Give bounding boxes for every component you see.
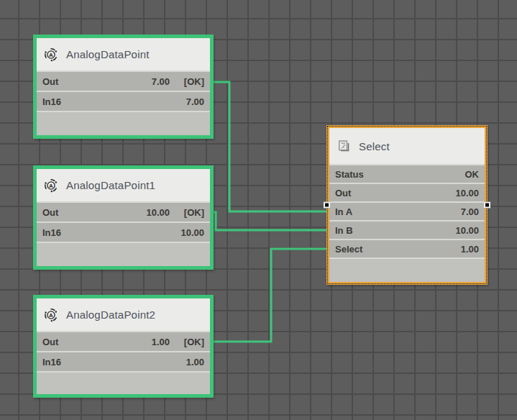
property-row-in16[interactable]: In16 10.00 bbox=[37, 222, 210, 242]
empty-row bbox=[329, 257, 485, 282]
property-row-ina[interactable]: In A 7.00 bbox=[329, 201, 485, 220]
property-label: In B bbox=[335, 225, 353, 236]
selection-handle-right[interactable] bbox=[484, 202, 490, 209]
node-select[interactable]: Select Status OK Out 10.00 In A 7.00 In … bbox=[326, 125, 488, 285]
property-row-select[interactable]: Select 1.00 bbox=[329, 239, 485, 257]
wire-analogdatapoint1-out-to-select-inb[interactable] bbox=[205, 212, 329, 230]
property-label: In A bbox=[335, 206, 352, 217]
node-analogdatapoint1[interactable]: A AnalogDataPoint1 Out 10.00 [OK] In16 1… bbox=[33, 165, 214, 270]
property-row-out[interactable]: Out 1.00 [OK] bbox=[37, 331, 210, 351]
property-label: Select bbox=[335, 244, 362, 255]
node-title: AnalogDataPoint bbox=[66, 48, 150, 60]
property-label: Out bbox=[42, 337, 58, 347]
property-label: In16 bbox=[42, 227, 61, 238]
property-label: In16 bbox=[42, 96, 61, 107]
property-row-out[interactable]: Out 10.00 bbox=[329, 183, 485, 201]
property-row-status[interactable]: Status OK bbox=[329, 164, 485, 183]
property-row-inb[interactable]: In B 10.00 bbox=[329, 220, 485, 239]
svg-text:A: A bbox=[49, 52, 53, 58]
property-value: 10.00 bbox=[455, 225, 479, 236]
analog-point-icon: A bbox=[44, 308, 58, 322]
node-title: Select bbox=[359, 140, 390, 152]
program-icon bbox=[337, 139, 351, 153]
node-analogdatapoint[interactable]: A AnalogDataPoint Out 7.00 [OK] In16 7.0… bbox=[33, 35, 214, 139]
property-status: [OK] bbox=[180, 76, 204, 87]
node-title: AnalogDataPoint1 bbox=[66, 179, 155, 191]
selection-handle-left[interactable] bbox=[324, 202, 330, 209]
property-value: 1.00 bbox=[152, 337, 170, 347]
property-value: 1.00 bbox=[461, 244, 479, 255]
node-header[interactable]: A AnalogDataPoint1 bbox=[37, 169, 210, 201]
property-label: Out bbox=[42, 207, 58, 218]
property-value: 10.00 bbox=[455, 188, 479, 198]
node-header[interactable]: Select bbox=[329, 128, 485, 164]
property-label: In16 bbox=[42, 357, 61, 368]
property-row-out[interactable]: Out 10.00 [OK] bbox=[37, 201, 210, 222]
analog-point-icon: A bbox=[44, 178, 58, 193]
property-label: Out bbox=[335, 188, 351, 198]
property-value: 7.00 bbox=[461, 206, 479, 217]
property-value: 10.00 bbox=[180, 227, 204, 238]
property-label: Status bbox=[335, 169, 364, 180]
property-value: OK bbox=[465, 169, 480, 180]
svg-text:A: A bbox=[49, 183, 53, 189]
property-value: 10.00 bbox=[146, 207, 170, 218]
wire-sheet-canvas[interactable]: A AnalogDataPoint Out 7.00 [OK] In16 7.0… bbox=[0, 0, 517, 420]
analog-point-icon: A bbox=[44, 47, 58, 62]
empty-row bbox=[37, 111, 210, 135]
property-value: 7.00 bbox=[152, 76, 170, 87]
node-header[interactable]: A AnalogDataPoint bbox=[37, 38, 210, 70]
empty-row bbox=[37, 371, 210, 394]
node-analogdatapoint2[interactable]: A AnalogDataPoint2 Out 1.00 [OK] In16 1.… bbox=[33, 295, 214, 398]
property-status: [OK] bbox=[180, 207, 204, 218]
property-row-in16[interactable]: In16 7.00 bbox=[37, 91, 210, 111]
wire-analogdatapoint2-out-to-select-select[interactable] bbox=[205, 249, 329, 342]
property-row-out[interactable]: Out 7.00 [OK] bbox=[37, 70, 210, 91]
property-status: [OK] bbox=[180, 337, 204, 347]
empty-row bbox=[37, 242, 210, 266]
property-value: 7.00 bbox=[186, 96, 204, 107]
wire-analogdatapoint-out-to-select-ina[interactable] bbox=[205, 82, 329, 211]
node-title: AnalogDataPoint2 bbox=[66, 309, 155, 321]
property-row-in16[interactable]: In16 1.00 bbox=[37, 351, 210, 371]
property-value: 1.00 bbox=[186, 357, 204, 368]
svg-text:A: A bbox=[49, 312, 53, 319]
property-label: Out bbox=[42, 76, 58, 87]
node-header[interactable]: A AnalogDataPoint2 bbox=[37, 298, 210, 331]
